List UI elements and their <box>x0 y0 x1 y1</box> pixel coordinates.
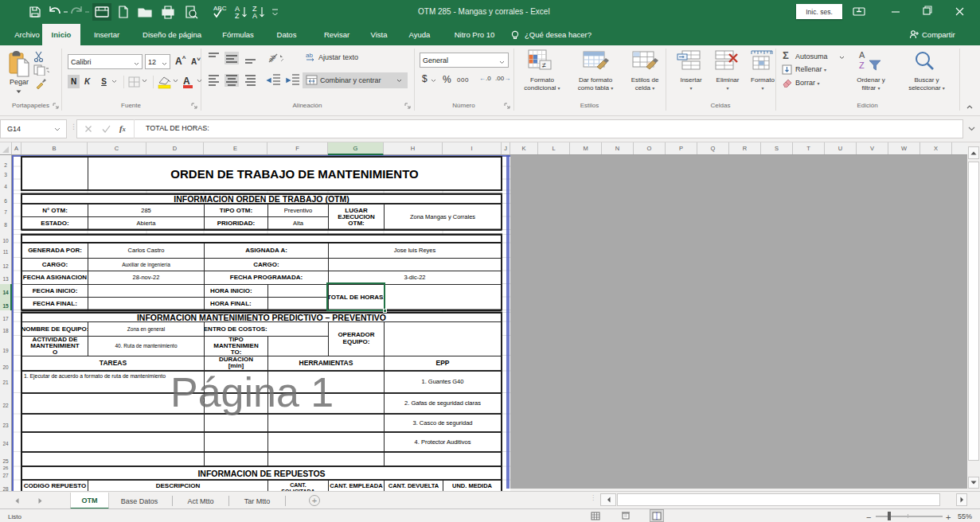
svg-text:Z: Z <box>859 60 865 70</box>
svg-text:ABC: ABC <box>213 5 227 12</box>
svg-text:A: A <box>183 76 190 87</box>
svg-text:≠: ≠ <box>542 61 546 69</box>
svg-text:ab: ab <box>306 52 313 59</box>
svg-text:A: A <box>859 50 865 60</box>
svg-text:A: A <box>252 12 257 20</box>
svg-text:Z: Z <box>235 12 240 20</box>
